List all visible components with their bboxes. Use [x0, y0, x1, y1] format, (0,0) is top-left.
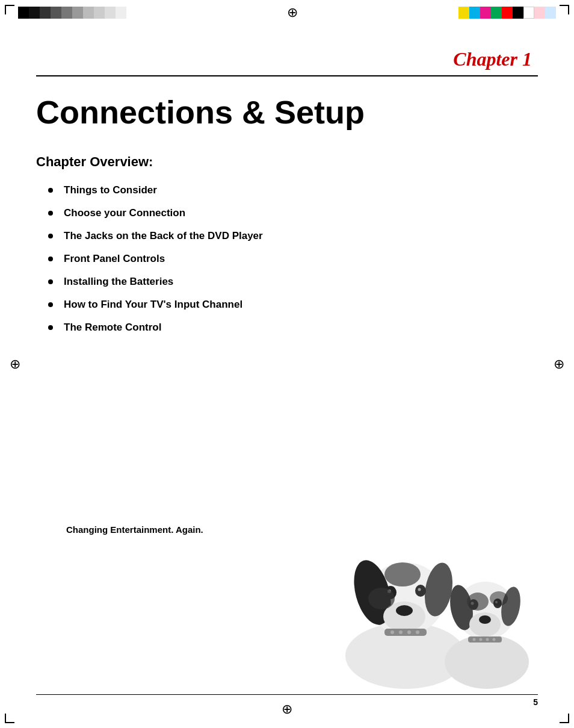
corner-mark-bl: [5, 714, 14, 723]
top-color-section: ⊕: [0, 3, 574, 22]
svg-point-17: [407, 630, 411, 634]
strip-r8: [534, 7, 545, 19]
svg-point-34: [480, 638, 483, 641]
chapter-label: Chapter 1: [453, 48, 532, 70]
bullet-dot: [48, 302, 53, 307]
page-number: 5: [533, 697, 538, 707]
chapter-heading: Chapter 1: [36, 30, 538, 70]
bullet-dot: [48, 211, 53, 216]
left-color-strips: [18, 7, 126, 19]
svg-point-33: [473, 638, 476, 641]
strip-l3: [40, 7, 51, 19]
section-heading: Chapter Overview:: [36, 154, 538, 170]
strip-r5: [502, 7, 513, 19]
left-crosshair: ⊕: [10, 356, 20, 372]
strip-r4: [491, 7, 502, 19]
bullet-list: Things to Consider Choose your Connectio…: [48, 184, 538, 334]
svg-point-30: [467, 593, 489, 611]
list-item: The Jacks on the Back of the DVD Player: [48, 230, 538, 242]
svg-point-36: [493, 638, 496, 641]
list-item: Front Panel Controls: [48, 253, 538, 265]
strip-r7: [523, 7, 534, 19]
svg-point-7: [396, 605, 413, 616]
bottom-crosshair: ⊕: [282, 702, 292, 717]
page-title: Connections & Setup: [36, 95, 538, 130]
corner-mark-br: [560, 714, 569, 723]
strip-l2: [29, 7, 40, 19]
strip-r2: [469, 7, 480, 19]
strip-r9: [545, 7, 556, 19]
svg-point-18: [416, 630, 419, 634]
strip-l9: [105, 7, 116, 19]
strip-l7: [83, 7, 94, 19]
svg-point-16: [399, 630, 403, 634]
image-caption: Changing Entertainment. Again.: [66, 524, 203, 535]
list-item: Things to Consider: [48, 184, 538, 196]
list-item: The Remote Control: [48, 322, 538, 334]
svg-point-10: [415, 585, 426, 597]
strip-r3: [480, 7, 491, 19]
strip-r6: [513, 7, 523, 19]
strip-l8: [94, 7, 105, 19]
svg-point-15: [390, 630, 394, 634]
svg-point-12: [368, 588, 395, 609]
bullet-dot: [48, 257, 53, 261]
strip-l4: [51, 7, 61, 19]
bottom-line: [36, 694, 538, 695]
dogs-svg: [309, 481, 538, 692]
strip-r1: [458, 7, 469, 19]
strip-l1: [18, 7, 29, 19]
strip-l10: [116, 7, 126, 19]
list-item: Installing the Batteries: [48, 276, 538, 288]
svg-point-11: [418, 588, 421, 591]
right-crosshair: ⊕: [554, 356, 564, 372]
dogs-image: [309, 481, 538, 692]
svg-point-13: [384, 562, 421, 586]
bullet-dot: [48, 279, 53, 284]
list-item: How to Find Your TV's Input Channel: [48, 299, 538, 311]
list-item: Choose your Connection: [48, 207, 538, 219]
bullet-dot: [48, 234, 53, 238]
strip-l6: [72, 7, 83, 19]
svg-point-35: [486, 638, 489, 641]
chapter-divider: [36, 75, 538, 76]
strip-l5: [61, 7, 72, 19]
svg-point-31: [490, 591, 508, 606]
bullet-dot: [48, 325, 53, 330]
svg-point-25: [479, 615, 491, 624]
right-color-strips: [458, 7, 556, 19]
bullet-dot: [48, 188, 53, 193]
top-crosshair: ⊕: [287, 5, 298, 20]
